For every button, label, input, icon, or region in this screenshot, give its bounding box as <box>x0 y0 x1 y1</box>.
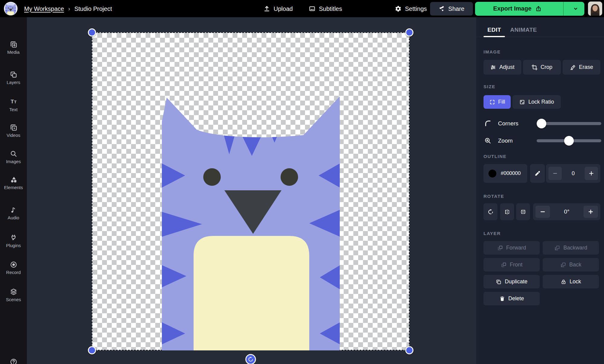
fill-corners-icon <box>489 99 495 105</box>
rotate-cw-icon <box>487 209 494 215</box>
outline-color-hex: #000000 <box>501 170 521 176</box>
sidebar-item-text[interactable]: TT Text <box>0 98 27 112</box>
top-bar: My Workspace › Studio Project Upload Sub… <box>0 0 604 17</box>
canvas[interactable] <box>27 17 476 364</box>
crop-button[interactable]: Crop <box>523 60 561 75</box>
lock-ratio-icon <box>519 99 525 105</box>
resize-handle-top-left[interactable] <box>88 28 96 37</box>
bring-to-front-icon <box>501 262 507 268</box>
sidebar-item-record[interactable]: Record <box>0 261 27 275</box>
lock-label: Lock <box>570 279 581 285</box>
sidebar-item-videos[interactable]: Videos <box>0 124 27 138</box>
trash-icon <box>499 296 505 302</box>
sidebar-item-plugins[interactable]: Plugins <box>0 234 27 248</box>
outline-width-stepper: 0 <box>546 164 600 183</box>
sidebar-item-media[interactable]: Media <box>0 40 27 55</box>
rotate-handle[interactable] <box>246 354 256 364</box>
rotate-cw-button[interactable] <box>484 203 497 220</box>
breadcrumb-workspace-link[interactable]: My Workspace <box>24 5 64 12</box>
active-tab-indicator <box>484 36 505 37</box>
rotate-increase-button[interactable] <box>583 206 598 218</box>
layers-icon <box>10 71 18 79</box>
gear-icon <box>395 5 402 12</box>
sidebar-item-images[interactable]: Images <box>0 150 27 164</box>
corners-slider-knob[interactable] <box>537 119 546 128</box>
zoom-label: Zoom <box>498 137 513 144</box>
zoom-slider-knob[interactable] <box>564 136 574 146</box>
subtitles-icon <box>309 5 316 12</box>
subtitles-button[interactable]: Subtitles <box>309 5 342 12</box>
resize-handle-bottom-right[interactable] <box>405 346 413 354</box>
elements-icon <box>10 176 18 184</box>
sidebar-item-audio[interactable]: Audio <box>0 206 27 220</box>
upload-button[interactable]: Upload <box>263 5 293 12</box>
cat-logo-icon <box>4 2 18 15</box>
sidebar-item-elements[interactable]: Elements <box>0 176 27 190</box>
app-logo[interactable] <box>4 2 18 15</box>
tab-animate[interactable]: ANIMATE <box>510 27 537 33</box>
sidebar-item-label: Layers <box>0 80 27 85</box>
settings-button[interactable]: Settings <box>395 5 427 12</box>
chevron-down-icon <box>573 6 579 12</box>
flip-horizontal-button[interactable] <box>500 203 514 220</box>
export-main[interactable]: Export Image <box>475 2 560 16</box>
zoom-slider[interactable] <box>537 139 601 142</box>
sidebar-item-label: Plugins <box>0 243 27 248</box>
zoom-slider-row: Zoom <box>476 136 604 146</box>
cat-image[interactable] <box>92 32 410 350</box>
left-toolbar: Media Layers TT Text Videos Images Eleme… <box>0 17 27 364</box>
plugins-icon <box>10 234 18 242</box>
eyedropper-icon <box>534 170 541 177</box>
share-label: Share <box>448 5 464 12</box>
eyedropper-button[interactable] <box>530 164 545 183</box>
adjust-button[interactable]: Adjust <box>484 60 521 75</box>
sidebar-item-layers[interactable]: Layers <box>0 71 27 85</box>
outline-color-button[interactable]: #000000 <box>484 164 527 183</box>
sidebar-item-label: Text <box>0 107 27 112</box>
settings-label: Settings <box>405 5 427 12</box>
sidebar-item-label: Scenes <box>0 297 27 302</box>
export-options-button[interactable] <box>567 2 584 16</box>
erase-label: Erase <box>579 64 593 70</box>
plus-icon <box>588 209 594 215</box>
lock-button[interactable]: Lock <box>543 275 599 288</box>
rotate-angle-stepper: 0° <box>533 203 600 220</box>
rotate-section-label: ROTATE <box>484 194 504 199</box>
crop-label: Crop <box>541 64 552 70</box>
layer-back-button[interactable]: Back <box>543 258 599 272</box>
resize-handle-bottom-left[interactable] <box>88 346 96 354</box>
resize-handle-top-right[interactable] <box>405 28 413 37</box>
duplicate-icon <box>496 279 502 285</box>
lock-ratio-label: Lock Ratio <box>528 99 554 105</box>
layer-forward-button[interactable]: Forward <box>484 241 540 255</box>
tab-edit[interactable]: EDIT <box>487 27 501 33</box>
share-button[interactable]: Share <box>430 2 473 15</box>
upload-label: Upload <box>274 5 293 12</box>
text-icon: TT <box>10 98 18 106</box>
outline-row: #000000 0 <box>476 164 604 183</box>
duplicate-button[interactable]: Duplicate <box>484 275 540 288</box>
fill-button[interactable]: Fill <box>484 95 511 109</box>
lock-ratio-button[interactable]: Lock Ratio <box>512 95 561 109</box>
sidebar-item-label: Record <box>0 270 27 275</box>
outline-width-increase-button[interactable] <box>585 167 598 180</box>
layer-front-button[interactable]: Front <box>484 258 540 272</box>
corners-slider[interactable] <box>537 122 601 125</box>
selected-image-layer[interactable] <box>92 32 410 350</box>
sidebar-item-label: Media <box>0 50 27 55</box>
user-avatar[interactable] <box>588 2 602 16</box>
adjust-sliders-icon <box>490 64 496 70</box>
delete-label: Delete <box>508 295 524 302</box>
adjust-label: Adjust <box>499 64 514 70</box>
sidebar-item-help[interactable]: Help <box>0 358 27 364</box>
delete-button[interactable]: Delete <box>484 292 540 305</box>
sidebar-item-label: Images <box>0 159 27 164</box>
sidebar-item-scenes[interactable]: Scenes <box>0 288 27 302</box>
layer-backward-button[interactable]: Backward <box>543 241 599 255</box>
export-label: Export Image <box>493 5 532 12</box>
erase-button[interactable]: Erase <box>563 60 600 75</box>
export-image-button[interactable]: Export Image <box>475 2 584 16</box>
crop-icon <box>532 64 538 70</box>
flip-vertical-button[interactable] <box>516 203 530 220</box>
corners-label: Corners <box>498 120 519 127</box>
